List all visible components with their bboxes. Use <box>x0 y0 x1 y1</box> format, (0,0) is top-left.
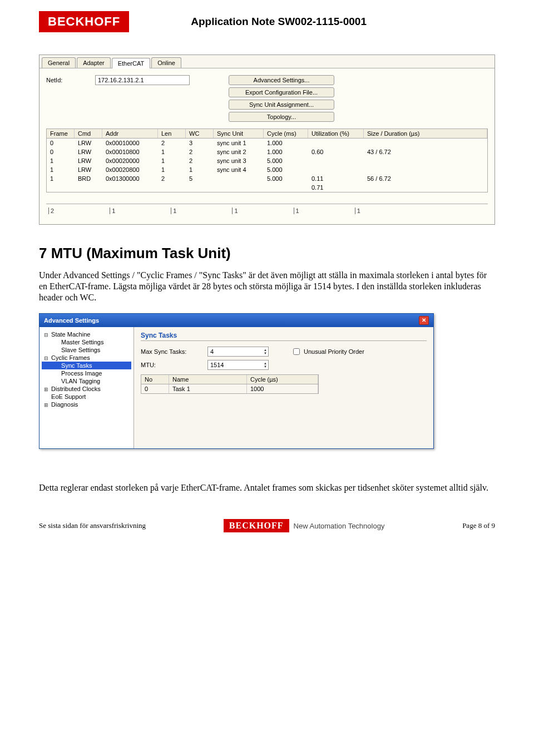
export-configuration-file-button[interactable]: Export Configuration File... <box>229 87 334 97</box>
ruler-tick: 1 <box>110 207 115 214</box>
column-header[interactable]: Utilization (%) <box>308 129 364 138</box>
table-row[interactable]: 0.71 <box>47 183 487 192</box>
footer-left: Se sista sidan för ansvarsfriskrivning <box>39 521 146 530</box>
advanced-settings-dialog: Advanced Settings ✕ ⊟ State Machine Mast… <box>39 313 434 449</box>
tree-node-diagnosis[interactable]: ⊞ Diagnosis <box>42 401 131 408</box>
footer-tagline: New Automation Technology <box>294 522 385 530</box>
tab-online[interactable]: Online <box>151 57 181 68</box>
tree-node-eoe-support[interactable]: EoE Support <box>42 393 131 401</box>
ruler-tick: 1 <box>355 207 360 214</box>
body-paragraph-1: Under Advanced Settings / "Cyclic Frames… <box>39 270 495 303</box>
section-heading: 7 MTU (Maximum Task Unit) <box>39 245 495 262</box>
column-header[interactable]: WC <box>186 129 214 138</box>
column-header[interactable]: Size / Duration (µs) <box>364 129 487 138</box>
column-header[interactable]: Len <box>158 129 186 138</box>
table-row[interactable]: 0Task 11000 <box>141 384 318 393</box>
dialog-title: Advanced Settings <box>44 317 99 324</box>
unusual-priority-checkbox[interactable]: Unusual Priority Order <box>291 347 364 357</box>
column-header[interactable]: Cycle (µs) <box>247 375 318 384</box>
settings-tree[interactable]: ⊟ State Machine Master Settings Slave Se… <box>39 327 134 448</box>
footer-brand-logo: BECKHOFF <box>224 519 289 532</box>
mtu-spinner[interactable]: 1514 ▲▼ <box>207 360 269 370</box>
ruler-tick: 2 <box>48 207 54 214</box>
tree-node-vlan-tagging[interactable]: VLAN Tagging <box>42 377 131 385</box>
tab-general[interactable]: General <box>42 57 76 68</box>
brand-logo: BECKHOFF <box>39 11 129 32</box>
column-header[interactable]: Frame <box>47 129 75 138</box>
sync-unit-assignment-button[interactable]: Sync Unit Assignment... <box>229 100 334 110</box>
column-header[interactable]: Name <box>169 375 247 384</box>
table-row[interactable]: 1BRD0x01300000255.0000.1156 / 6.72 <box>47 174 487 183</box>
ethercat-tab-screenshot: GeneralAdapterEtherCATOnline NetId: 172.… <box>39 55 495 225</box>
column-header[interactable]: Addr <box>102 129 158 138</box>
doc-title: Application Note SW002-1115-0001 <box>129 16 428 28</box>
max-sync-tasks-spinner[interactable]: 4 ▲▼ <box>207 347 269 357</box>
tab-adapter[interactable]: Adapter <box>77 57 111 68</box>
body-paragraph-2: Detta reglerar endast storleken på varje… <box>39 482 495 493</box>
spinner-arrows-icon[interactable]: ▲▼ <box>264 362 267 368</box>
tree-node-distributed-clocks[interactable]: ⊞ Distributed Clocks <box>42 385 131 393</box>
tree-node-cyclic-frames[interactable]: ⊟ Cyclic Frames <box>42 354 131 362</box>
column-header[interactable]: Sync Unit <box>214 129 264 138</box>
table-row[interactable]: 1LRW0x0002000012sync unit 35.000 <box>47 156 487 165</box>
netid-label: NetId: <box>46 77 85 83</box>
column-header[interactable]: Cmd <box>75 129 102 138</box>
column-header[interactable]: Cycle (ms) <box>264 129 308 138</box>
table-row[interactable]: 0LRW0x0001080012sync unit 21.0000.6043 /… <box>47 147 487 156</box>
table-row[interactable]: 0LRW0x0001000023sync unit 11.000 <box>47 139 487 147</box>
tab-ethercat[interactable]: EtherCAT <box>112 58 150 68</box>
tasks-table: NoNameCycle (µs) 0Task 11000 <box>141 374 319 394</box>
ruler-tick: 1 <box>171 207 176 214</box>
advanced-settings-button[interactable]: Advanced Settings... <box>229 75 334 85</box>
tree-node-master-settings[interactable]: Master Settings <box>42 338 131 346</box>
footer-page: Page 8 of 9 <box>462 521 495 530</box>
max-sync-tasks-label: Max Sync Tasks: <box>141 348 202 355</box>
panel-title: Sync Tasks <box>141 332 427 341</box>
tree-node-slave-settings[interactable]: Slave Settings <box>42 346 131 354</box>
close-icon[interactable]: ✕ <box>419 316 429 325</box>
ruler-tick: 1 <box>232 207 238 214</box>
tree-node-sync-tasks[interactable]: Sync Tasks <box>42 362 131 369</box>
column-header[interactable]: No <box>141 375 169 384</box>
spinner-arrows-icon[interactable]: ▲▼ <box>264 348 267 355</box>
topology-button[interactable]: Topology... <box>229 112 334 122</box>
table-row[interactable]: 1LRW0x0002080011sync unit 45.000 <box>47 165 487 174</box>
netid-field[interactable]: 172.16.2.131.2.1 <box>95 75 190 85</box>
ruler-tick: 1 <box>294 207 299 214</box>
mtu-label: MTU: <box>141 362 202 368</box>
tree-node-state-machine[interactable]: ⊟ State Machine <box>42 330 131 338</box>
tree-node-process-image[interactable]: Process Image <box>42 369 131 377</box>
